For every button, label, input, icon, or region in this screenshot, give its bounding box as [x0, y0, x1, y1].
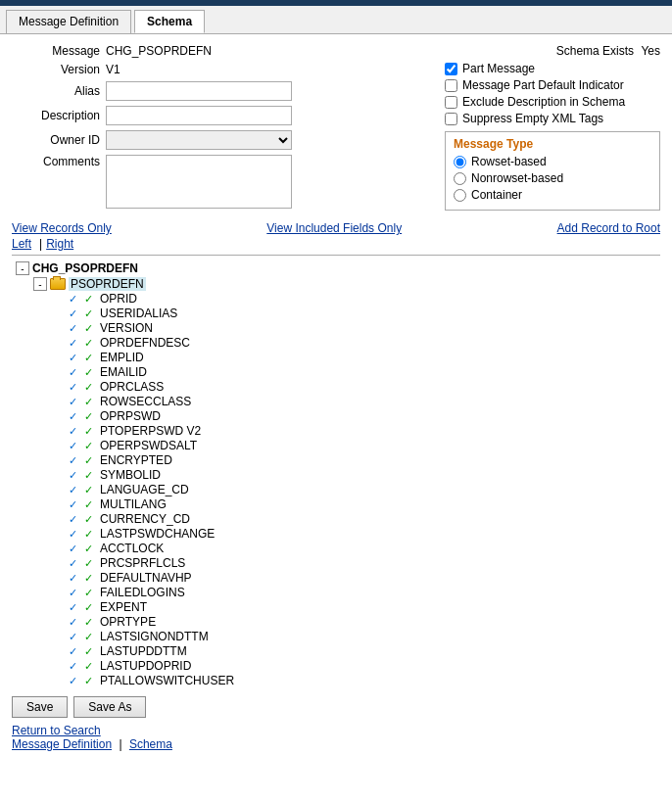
check-blue-icon: ✓ — [69, 630, 82, 643]
check-blue-icon: ✓ — [69, 409, 82, 423]
message-def-bottom-link[interactable]: Message Definition — [12, 737, 112, 751]
nav-separator: | — [39, 237, 42, 251]
left-link[interactable]: Left — [12, 237, 31, 251]
save-button[interactable]: Save — [12, 696, 68, 718]
tree-field-label: OPRID — [100, 292, 137, 306]
tree-field-row: ✓ ✓ LASTUPDDTTM — [69, 644, 660, 658]
right-form: Schema Exists Yes Part Message Message P… — [445, 44, 660, 213]
tree-field-row: ✓ ✓ OPRID — [69, 292, 660, 306]
tree-field-label: LASTPSWDCHANGE — [100, 527, 215, 541]
check-blue-icon: ✓ — [69, 307, 82, 320]
save-as-button[interactable]: Save As — [73, 696, 146, 718]
check-green-icon: ✓ — [84, 615, 98, 629]
check-blue-icon: ✓ — [69, 468, 82, 482]
tree-child-group: - PSOPRDEFN ✓ ✓ OPRID ✓ ✓ USERIDALIAS ✓ … — [33, 277, 660, 687]
alias-input[interactable] — [106, 81, 292, 101]
check-blue-icon: ✓ — [69, 292, 82, 306]
rowset-radio[interactable] — [454, 156, 466, 168]
tree-field-row: ✓ ✓ ACCTLOCK — [69, 542, 660, 555]
check-green-icon: ✓ — [84, 527, 98, 541]
folder-icon — [50, 278, 66, 290]
tree-expand-root[interactable]: - — [16, 261, 29, 275]
check-green-icon: ✓ — [84, 292, 98, 306]
container-radio[interactable] — [454, 189, 466, 202]
left-form: Message CHG_PSOPRDEFN Version V1 Alias D… — [12, 44, 425, 213]
tree-field-row: ✓ ✓ OPRTYPE — [69, 615, 660, 629]
owner-id-select[interactable] — [106, 130, 292, 150]
check-green-icon: ✓ — [84, 468, 98, 482]
tree-field-label: LASTSIGNONDTTM — [100, 630, 209, 643]
view-fields-link[interactable]: View Included Fields Only — [266, 221, 402, 235]
default-indicator-checkbox[interactable] — [445, 79, 457, 92]
tree-field-row: ✓ ✓ OPRDEFNDESC — [69, 336, 660, 350]
message-label: Message — [12, 44, 100, 58]
tree-field-label: EMPLID — [100, 351, 144, 364]
tree-field-label: LASTUPDOPRID — [100, 659, 191, 673]
tree-field-label: USERIDALIAS — [100, 307, 177, 320]
check-green-icon: ✓ — [84, 512, 98, 526]
tree-field-label: PRCSPRFLCLS — [100, 556, 185, 570]
version-label: Version — [12, 63, 100, 76]
tree-field-label: ENCRYPTED — [100, 453, 172, 467]
tree-field-row: ✓ ✓ EXPENT — [69, 600, 660, 614]
suppress-row: Suppress Empty XML Tags — [445, 112, 660, 125]
tree-expand-record[interactable]: - — [33, 277, 47, 291]
comments-label: Comments — [12, 155, 100, 168]
exclude-description-checkbox[interactable] — [445, 96, 457, 109]
check-blue-icon: ✓ — [69, 512, 82, 526]
check-blue-icon: ✓ — [69, 380, 82, 394]
tab-bar: Message Definition Schema — [0, 6, 672, 34]
description-input[interactable] — [106, 106, 292, 125]
tree-field-label: EXPENT — [100, 600, 147, 614]
version-value: V1 — [106, 63, 120, 76]
bottom-links: Return to Search Message Definition | Sc… — [12, 724, 660, 751]
description-row: Description — [12, 106, 425, 125]
check-green-icon: ✓ — [84, 453, 98, 467]
tab-message-definition[interactable]: Message Definition — [6, 10, 131, 33]
schema-bottom-link[interactable]: Schema — [129, 737, 172, 751]
tab-schema[interactable]: Schema — [134, 10, 205, 33]
check-green-icon: ✓ — [84, 571, 98, 585]
check-green-icon: ✓ — [84, 586, 98, 599]
tree-field-row: ✓ ✓ LASTUPDOPRID — [69, 659, 660, 673]
tree-field-row: ✓ ✓ PTALLOWSWITCHUSER — [69, 674, 660, 687]
check-blue-icon: ✓ — [69, 527, 82, 541]
check-blue-icon: ✓ — [69, 644, 82, 658]
check-blue-icon: ✓ — [69, 351, 82, 364]
tree-record-row: - PSOPRDEFN — [33, 277, 660, 291]
exclude-description-row: Exclude Description in Schema — [445, 95, 660, 109]
check-green-icon: ✓ — [84, 321, 98, 335]
add-record-root-link[interactable]: Add Record to Root — [557, 221, 660, 235]
tree-field-label: OPRPSWD — [100, 409, 161, 423]
tree-field-row: ✓ ✓ LANGUAGE_CD — [69, 483, 660, 496]
default-indicator-row: Message Part Default Indicator — [445, 78, 660, 92]
check-green-icon: ✓ — [84, 644, 98, 658]
message-type-box: Message Type Rowset-based Nonrowset-base… — [445, 131, 660, 211]
part-message-checkbox[interactable] — [445, 63, 457, 75]
schema-exists-label: Schema Exists — [556, 44, 634, 58]
description-label: Description — [12, 109, 100, 122]
message-row: Message CHG_PSOPRDEFN — [12, 44, 425, 58]
right-link[interactable]: Right — [46, 237, 73, 251]
schema-exists-row: Schema Exists Yes — [445, 44, 660, 58]
tree-area: - CHG_PSOPRDEFN - PSOPRDEFN ✓ ✓ OPRID ✓ … — [12, 261, 660, 688]
default-indicator-label: Message Part Default Indicator — [462, 78, 624, 92]
alias-label: Alias — [12, 84, 100, 98]
view-records-link[interactable]: View Records Only — [12, 221, 112, 235]
left-right-bar: Left | Right — [12, 237, 660, 251]
bottom-pipe: | — [119, 737, 121, 751]
comments-textarea[interactable] — [106, 155, 292, 209]
tree-field-row: ✓ ✓ USERIDALIAS — [69, 307, 660, 320]
suppress-checkbox[interactable] — [445, 113, 457, 125]
check-blue-icon: ✓ — [69, 586, 82, 599]
nonrowset-radio[interactable] — [454, 172, 466, 185]
tree-field-label: FAILEDLOGINS — [100, 586, 185, 599]
nonrowset-radio-row: Nonrowset-based — [454, 171, 651, 185]
tree-field-label: ROWSECCLASS — [100, 395, 191, 408]
return-to-search-link[interactable]: Return to Search — [12, 724, 101, 737]
check-blue-icon: ✓ — [69, 674, 82, 687]
check-green-icon: ✓ — [84, 674, 98, 687]
tree-field-row: ✓ ✓ LASTSIGNONDTTM — [69, 630, 660, 643]
tree-field-label: VERSION — [100, 321, 153, 335]
links-bar: View Records Only View Included Fields O… — [12, 221, 660, 235]
